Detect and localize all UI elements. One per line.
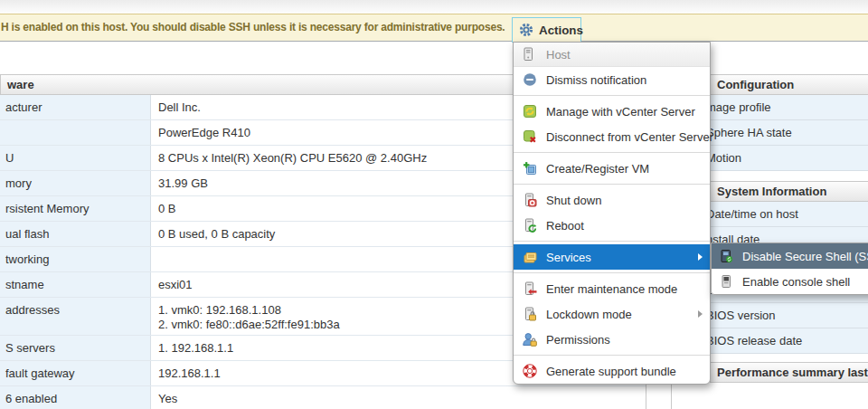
hardware-row: 6 enabledYes	[0, 386, 646, 409]
ssh-warning-banner: H is enabled on this host. You should di…	[0, 14, 868, 42]
submenu-item-disable-secure-shell-ssh[interactable]: Disable Secure Shell (SSH)	[712, 243, 868, 269]
menu-separator	[514, 241, 710, 242]
menu-item-label: Dismiss notification	[546, 73, 646, 87]
row-value: Dell Inc.	[158, 100, 201, 114]
row-value: 0 B used, 0 B capacity	[158, 227, 275, 241]
row-value-cell: Yes	[151, 386, 646, 409]
row-value: 192.168.1.1	[158, 366, 221, 380]
vcenter-manage-icon	[523, 104, 537, 119]
info-row: Sphere HA state	[704, 120, 868, 146]
console-icon	[719, 274, 733, 289]
actions-button[interactable]: Actions	[512, 17, 581, 43]
create-vm-icon	[523, 161, 537, 176]
row-value: Yes	[158, 392, 177, 405]
menu-item-label: Services	[546, 251, 591, 264]
info-row-label: BIOS release date	[706, 334, 802, 347]
info-row: BIOS version	[704, 303, 868, 328]
menu-separator	[514, 355, 710, 356]
row-value: esxi01	[158, 278, 193, 291]
menu-item-dismiss-notification[interactable]: Dismiss notification	[514, 67, 710, 92]
row-value: PowerEdge R410	[158, 126, 250, 139]
info-row-label: mage profile	[706, 100, 771, 114]
menu-item-label: Shut down	[546, 194, 601, 207]
permissions-icon	[523, 332, 537, 347]
row-label: S servers	[0, 336, 151, 360]
info-row-label: BIOS version	[706, 309, 776, 322]
actions-dropdown-menu: Host Dismiss notificationManage with vCe…	[513, 42, 711, 385]
lockdown-icon	[523, 307, 537, 321]
info-row-label: Sphere HA state	[706, 126, 792, 139]
info-row-label: Date/time on host	[706, 207, 798, 221]
row-value: 8 CPUs x Intel(R) Xeon(R) CPU E5620 @ 2.…	[158, 151, 427, 165]
row-value: 1. 192.168.1.1	[158, 341, 233, 355]
menu-item-label: Reboot	[546, 219, 584, 233]
actions-button-label: Actions	[539, 24, 583, 37]
shutdown-icon	[523, 193, 537, 207]
menu-host-header: Host	[514, 43, 710, 67]
maintenance-icon	[523, 281, 537, 296]
menu-separator	[514, 152, 710, 153]
menu-item-label: Lockdown mode	[546, 308, 632, 321]
menu-item-manage-with-vcenter-server[interactable]: Manage with vCenter Server	[514, 99, 710, 124]
menu-item-enter-maintenance-mode[interactable]: Enter maintenance mode	[514, 276, 710, 301]
menu-item-generate-support-bundle[interactable]: Generate support bundle	[514, 358, 710, 384]
services-icon	[523, 250, 537, 264]
menu-separator	[514, 184, 710, 185]
warning-message: H is enabled on this host. You should di…	[1, 14, 507, 41]
row-label: rsistent Memory	[0, 196, 151, 221]
info-row: Motion	[704, 146, 868, 171]
menu-item-disconnect-from-vcenter-server[interactable]: Disconnect from vCenter Server	[514, 124, 710, 149]
row-label: ual flash	[0, 222, 151, 246]
row-label: U	[0, 146, 151, 170]
menu-item-label: Enter maintenance mode	[546, 282, 677, 296]
reboot-icon	[523, 218, 537, 233]
section-header: System Information	[710, 181, 868, 202]
row-label: tworking	[0, 247, 151, 271]
submenu-item-label: Disable Secure Shell (SSH)	[742, 250, 868, 263]
row-label: 6 enabled	[0, 386, 151, 409]
host-icon	[521, 47, 535, 62]
menu-separator	[514, 95, 710, 96]
info-row: mage profile	[704, 95, 868, 120]
menu-item-shut-down[interactable]: Shut down	[514, 187, 710, 213]
menu-item-label: Permissions	[546, 333, 610, 347]
menu-item-services[interactable]: Services	[514, 244, 710, 270]
services-submenu: Disable Secure Shell (SSH)Enable console…	[711, 243, 868, 295]
info-row-label: Motion	[706, 151, 741, 165]
row-label: acturer	[0, 95, 151, 119]
info-row: BIOS release date	[704, 328, 868, 354]
submenu-item-enable-console-shell[interactable]: Enable console shell	[712, 269, 868, 294]
row-label: stname	[0, 272, 151, 297]
info-row: Date/time on host	[704, 202, 868, 227]
section-header: Performance summary last hour	[710, 362, 868, 383]
menu-item-label: Create/Register VM	[546, 162, 649, 176]
submenu-arrow-icon	[698, 253, 703, 261]
row-label	[0, 120, 151, 145]
submenu-arrow-icon	[698, 310, 703, 318]
support-bundle-icon	[523, 364, 537, 378]
menu-host-label: Host	[546, 48, 571, 62]
section-header: Configuration	[710, 74, 868, 95]
submenu-item-label: Enable console shell	[742, 275, 850, 289]
ssh-icon	[719, 249, 733, 263]
menu-separator	[514, 272, 710, 273]
info-section-performance-summary-last-hour: Performance summary last hour	[704, 362, 868, 383]
menu-item-label: Disconnect from vCenter Server	[546, 130, 713, 144]
row-value: 31.99 GB	[158, 176, 208, 190]
page-top-strip	[0, 0, 868, 14]
row-value: 0 B	[158, 202, 176, 215]
gear-icon	[519, 23, 533, 37]
menu-item-reboot[interactable]: Reboot	[514, 213, 710, 238]
right-info-panel: Configurationmage profileSphere HA state…	[704, 74, 868, 383]
dismiss-icon	[523, 72, 537, 87]
row-label: mory	[0, 171, 151, 195]
menu-item-label: Generate support bundle	[546, 365, 676, 378]
menu-item-create-register-vm[interactable]: Create/Register VM	[514, 156, 710, 181]
vcenter-disconnect-icon	[523, 129, 537, 144]
info-section-configuration: Configurationmage profileSphere HA state…	[704, 74, 868, 171]
menu-item-permissions[interactable]: Permissions	[514, 327, 710, 352]
menu-item-lockdown-mode[interactable]: Lockdown mode	[514, 301, 710, 327]
menu-items: Dismiss notificationManage with vCenter …	[514, 67, 710, 384]
row-label: fault gateway	[0, 361, 151, 385]
row-label: addresses	[0, 298, 151, 335]
